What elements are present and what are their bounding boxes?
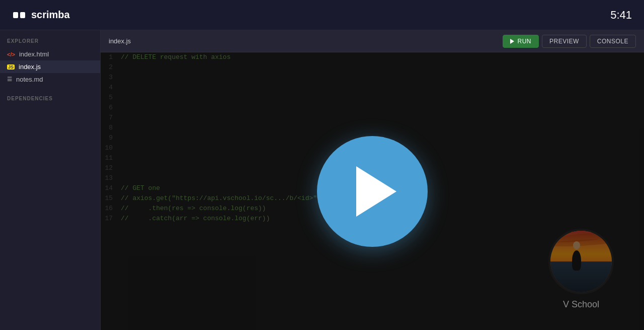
timer-display: 5:41 <box>610 9 632 22</box>
editor-toolbar: index.js RUN PREVIEW CONSOLE <box>101 30 644 52</box>
sidebar-bottom <box>0 105 100 322</box>
file-name-html: index.html <box>19 50 49 58</box>
play-triangle-icon <box>356 166 396 217</box>
code-editor[interactable]: 1// DELETE request with axios23456789101… <box>101 52 644 330</box>
run-triangle-icon <box>510 39 514 44</box>
js-file-icon: JS <box>7 64 15 70</box>
logo[interactable]: scrimba <box>12 8 70 22</box>
toolbar-buttons: RUN PREVIEW CONSOLE <box>503 35 636 48</box>
dependencies-label: DEPENDENCIES <box>0 96 100 105</box>
run-button[interactable]: RUN <box>503 35 539 48</box>
svg-rect-1 <box>20 12 25 18</box>
svg-rect-0 <box>13 12 18 18</box>
explorer-label: EXPLORER <box>0 38 100 48</box>
topbar: scrimba 5:41 <box>0 0 644 30</box>
file-name-js: index.js <box>19 63 41 71</box>
run-label: RUN <box>517 38 531 45</box>
main-content: EXPLORER </> index.html JS index.js ☰ no… <box>0 30 644 330</box>
play-overlay[interactable] <box>101 52 644 330</box>
play-button[interactable] <box>317 136 428 247</box>
html-file-icon: </> <box>7 51 15 57</box>
md-file-icon: ☰ <box>7 76 12 83</box>
preview-button[interactable]: PREVIEW <box>542 35 587 48</box>
editor-area: index.js RUN PREVIEW CONSOLE 1// DELETE … <box>101 30 644 330</box>
logo-text: scrimba <box>31 9 70 21</box>
sidebar: EXPLORER </> index.html JS index.js ☰ no… <box>0 30 101 330</box>
sidebar-item-notes-md[interactable]: ☰ notes.md <box>0 73 100 86</box>
active-file-tab[interactable]: index.js <box>109 37 131 45</box>
sidebar-item-index-js[interactable]: JS index.js <box>0 60 100 73</box>
file-name-md: notes.md <box>16 76 43 83</box>
scrimba-logo-icon <box>12 8 26 22</box>
console-button[interactable]: CONSOLE <box>590 35 636 48</box>
sidebar-item-index-html[interactable]: </> index.html <box>0 48 100 60</box>
